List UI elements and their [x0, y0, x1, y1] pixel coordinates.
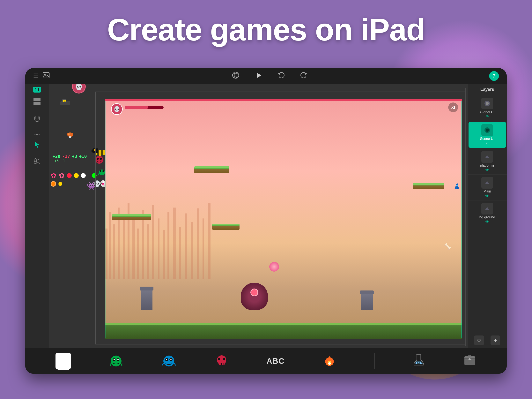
- dock-item-fire[interactable]: [322, 353, 337, 369]
- hud-health-bar: [125, 106, 164, 109]
- scene-ui-icon: [481, 124, 493, 136]
- svg-point-95: [170, 359, 171, 360]
- play-button[interactable]: [255, 72, 262, 80]
- bg-trees: [105, 195, 462, 279]
- svg-point-28: [67, 133, 73, 136]
- ratio-badge[interactable]: 4:3: [33, 87, 41, 93]
- dock-indicator: [57, 369, 69, 370]
- teal-sprite: [161, 353, 177, 369]
- grid-tool[interactable]: [31, 96, 43, 107]
- right-figure: 👗: [454, 183, 460, 190]
- bottom-dock: ABC: [25, 348, 507, 374]
- platform-mid-left: [112, 214, 151, 220]
- layers-header: Layers: [468, 84, 507, 95]
- dock-item-abc[interactable]: ABC: [266, 357, 285, 366]
- svg-rect-12: [34, 128, 40, 135]
- char-topleft: [60, 99, 76, 108]
- svg-rect-36: [92, 150, 94, 152]
- layer-global-ui[interactable]: Global UI 👁: [468, 95, 507, 121]
- red-enemy: [95, 155, 104, 165]
- dock-item-red[interactable]: [214, 353, 229, 369]
- green-sprite: [108, 353, 124, 369]
- svg-rect-67: [133, 216, 135, 279]
- svg-point-86: [117, 359, 119, 360]
- svg-rect-33: [101, 150, 103, 155]
- svg-rect-77: [185, 213, 187, 279]
- menu-icon[interactable]: ☰: [33, 72, 39, 80]
- help-button[interactable]: ?: [489, 71, 499, 81]
- svg-rect-79: [197, 208, 199, 279]
- right-enemy: 🦴: [444, 243, 451, 250]
- hud-close-btn[interactable]: XI: [448, 103, 458, 112]
- svg-point-45: [100, 158, 102, 160]
- platforms-label: platforms: [480, 163, 494, 167]
- svg-line-96: [162, 363, 164, 366]
- global-ui-label: Global UI: [480, 110, 494, 114]
- dock-item-teal[interactable]: [161, 353, 177, 369]
- toolbar: ☰: [25, 68, 507, 84]
- svg-line-87: [110, 364, 111, 366]
- colored-dots-2: [51, 181, 62, 187]
- svg-point-111: [420, 362, 422, 364]
- layer-bg-ground[interactable]: bg ground 👁: [468, 200, 507, 226]
- redo-icon[interactable]: [300, 72, 307, 80]
- svg-rect-73: [163, 230, 165, 279]
- scene-ui-eye[interactable]: 👁: [485, 141, 489, 145]
- dock-item-flask[interactable]: [412, 353, 426, 369]
- scissors-tool[interactable]: [31, 155, 43, 167]
- svg-rect-8: [33, 98, 37, 101]
- select-tool[interactable]: [31, 125, 43, 137]
- hand-tool[interactable]: [31, 112, 43, 124]
- svg-rect-0: [43, 72, 49, 78]
- global-ui-icon: [481, 98, 493, 109]
- dock-item-green[interactable]: [108, 353, 124, 369]
- sidebar-divider-2: [30, 153, 44, 153]
- selection-box: [65, 158, 84, 174]
- layer-scene-ui[interactable]: Scene UI 👁: [469, 122, 506, 148]
- bg-ground-eye[interactable]: 👁: [485, 220, 489, 224]
- svg-rect-24: [70, 101, 72, 103]
- svg-point-44: [97, 158, 99, 160]
- svg-rect-61: [105, 229, 108, 279]
- svg-point-99: [218, 358, 220, 360]
- canvas-area: 💀 +20 -17 +3 +10 +5 +1: [49, 84, 468, 348]
- svg-rect-65: [123, 220, 125, 279]
- red-sprite: [214, 353, 229, 369]
- svg-point-38: [95, 149, 96, 151]
- layers-settings-btn[interactable]: ⚙: [474, 335, 484, 345]
- layer-main[interactable]: Main 👁: [468, 174, 507, 200]
- layer-platforms[interactable]: platforms 👁: [468, 149, 507, 174]
- svg-point-21: [486, 129, 489, 132]
- svg-rect-75: [173, 208, 176, 279]
- score-plus20: +20: [53, 154, 60, 159]
- svg-rect-80: [203, 219, 204, 279]
- svg-rect-76: [179, 227, 181, 279]
- svg-rect-30: [69, 136, 71, 138]
- image-icon[interactable]: [43, 72, 50, 80]
- toolbar-right: ?: [489, 71, 499, 81]
- world-icon[interactable]: [232, 71, 240, 81]
- svg-rect-70: [147, 225, 149, 279]
- svg-point-94: [166, 359, 167, 360]
- svg-point-25: [63, 100, 64, 102]
- dock-item-white[interactable]: [56, 353, 71, 369]
- svg-rect-81: [208, 203, 210, 279]
- pink-ball: [269, 262, 279, 272]
- ipad-frame: ☰: [25, 68, 507, 374]
- layers-add-btn[interactable]: +: [491, 335, 500, 345]
- svg-point-29: [68, 134, 70, 135]
- undo-icon[interactable]: [278, 72, 285, 80]
- svg-point-46: [99, 169, 105, 175]
- svg-point-116: [469, 358, 471, 360]
- main-eye[interactable]: 👁: [485, 194, 489, 198]
- platforms-icon: [481, 151, 493, 163]
- score-small: +5 +1: [55, 159, 65, 163]
- dock-item-chest[interactable]: [463, 353, 476, 369]
- orange-mushroom: [66, 130, 74, 139]
- global-ui-eye[interactable]: 👁: [485, 115, 489, 119]
- svg-line-97: [174, 363, 176, 366]
- svg-point-110: [418, 362, 419, 363]
- main-icon: [481, 177, 493, 189]
- cursor-tool[interactable]: [31, 139, 43, 150]
- platforms-eye[interactable]: 👁: [485, 168, 489, 172]
